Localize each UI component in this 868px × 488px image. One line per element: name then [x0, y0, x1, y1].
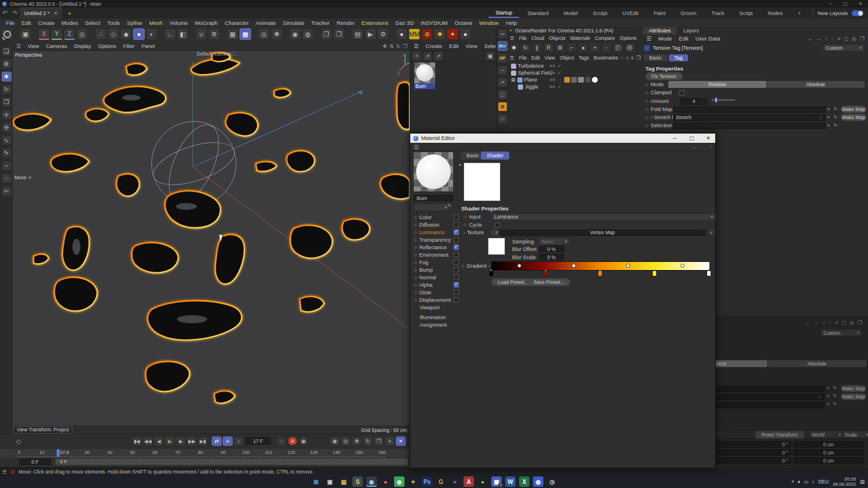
move-icon[interactable]: ✥	[2, 72, 12, 82]
tag-icon[interactable]	[578, 77, 584, 83]
me-up-icon[interactable]: ↑	[709, 144, 712, 150]
texture-field[interactable]: Vertex Map	[499, 230, 705, 236]
menu-volume[interactable]: Volume	[166, 20, 192, 26]
tag-icon[interactable]	[585, 77, 591, 83]
channel-reflectance[interactable]: ◇Reflectance	[414, 243, 459, 251]
menu-render[interactable]: Render	[333, 20, 358, 26]
attr-bottom-edit-2[interactable]: ✎	[833, 393, 837, 399]
picture-viewer-icon[interactable]: ▶	[365, 28, 376, 40]
dashed-box-icon[interactable]: ⬚	[498, 90, 507, 99]
me-tab-shader[interactable]: Shader	[481, 151, 509, 160]
material-thumbnail[interactable]	[414, 62, 435, 83]
rec-scale-icon[interactable]: ❐	[374, 437, 384, 446]
selection-tag-edit-icon[interactable]: ✎	[833, 123, 838, 128]
axis-z-icon[interactable]: Z	[64, 28, 75, 40]
live-selection-icon[interactable]: ❏	[2, 46, 12, 56]
viewport-camera-label[interactable]: Default Camera ⛶	[197, 51, 236, 57]
toggle-panel-icon[interactable]: ❐	[403, 43, 407, 49]
me-minimize-button[interactable]: ─	[668, 135, 682, 141]
material-editor-titlebar[interactable]: Material Editor ─ ▢ ✕	[410, 134, 715, 143]
octane-logo-icon[interactable]: ✹	[509, 43, 519, 53]
channel-checkbox[interactable]	[454, 252, 459, 257]
notification-icon[interactable]: ▤	[860, 479, 865, 485]
fold-map-field[interactable]	[673, 106, 826, 113]
object-mode-icon[interactable]: ◐	[146, 28, 157, 40]
channel-diffusion[interactable]: ◇Diffusion	[414, 221, 459, 228]
menu-objects[interactable]: Objects	[547, 35, 568, 41]
tray-expand-icon[interactable]: ˄	[791, 479, 794, 485]
viewport-hamburger-icon[interactable]: ☰	[13, 43, 24, 49]
reset-transform-button[interactable]: Reset Transform	[755, 431, 804, 439]
greenshot-icon[interactable]: ●	[477, 476, 488, 487]
stretch-make-map-button[interactable]: Make Map	[841, 114, 866, 121]
object-row-plane[interactable]: ⊞Plane	[507, 76, 641, 83]
attr-bottom-edit-3[interactable]: ✎	[833, 401, 837, 407]
channel-fog[interactable]: ◇Fog	[414, 258, 459, 266]
me-hamburger-icon[interactable]: ☰	[414, 144, 419, 150]
channel-checkbox[interactable]	[454, 222, 459, 227]
fold-map-dropdown-icon[interactable]: ▾	[827, 107, 830, 112]
start-icon[interactable]: ⊞	[311, 476, 321, 487]
file-explorer-icon[interactable]: ▤	[339, 476, 349, 487]
attr-bottom-lock-icon[interactable]: ◻	[842, 320, 846, 326]
gog-icon[interactable]: G	[436, 476, 446, 487]
filter-icon[interactable]: ≡	[631, 55, 634, 61]
menu-edit[interactable]: Edit	[675, 35, 692, 42]
magnet-icon[interactable]: ∪	[196, 28, 207, 40]
menu-character[interactable]: Character	[221, 20, 252, 26]
xparticles-icon[interactable]: XP	[498, 53, 507, 63]
channel-alpha[interactable]: ◇Alpha	[414, 281, 459, 289]
attr-bottom-target-icon[interactable]: ◎	[849, 320, 854, 326]
attr-bottom-forward-icon[interactable]: →	[814, 320, 819, 326]
mm-plugin-icon[interactable]: MM	[409, 28, 420, 40]
model-mode-icon[interactable]: ●	[133, 28, 145, 40]
menu-create[interactable]: Create	[422, 43, 446, 49]
channel-checkbox[interactable]	[454, 215, 459, 220]
attr-bottom-dd-1[interactable]: ▾	[827, 386, 829, 390]
pause-icon[interactable]: ∥	[532, 43, 542, 53]
blur-scale-field[interactable]: 0 %	[539, 254, 564, 260]
material-ball-icon[interactable]: ●	[396, 28, 407, 40]
kernel-settings-icon[interactable]: ⚙	[555, 43, 565, 53]
tag-icon[interactable]	[592, 77, 598, 83]
attr-bottom-make-map-1[interactable]: Make Map	[841, 385, 866, 392]
octane-hamburger-icon[interactable]: ☰	[507, 35, 517, 41]
me-edit-icon[interactable]: ✎	[447, 203, 452, 209]
keyframe-icon[interactable]: ◉	[299, 437, 308, 446]
octane-lt-icon[interactable]: ⌐•	[498, 29, 507, 39]
gradient-bias-dot[interactable]	[681, 264, 685, 268]
object-row-turbulence[interactable]: Turbulence✓	[507, 62, 641, 69]
attr-bottom-popout-icon[interactable]: ❐	[858, 320, 862, 326]
menu-modes[interactable]: Modes	[58, 20, 82, 26]
channel-environment[interactable]: ◇Environment	[414, 251, 459, 258]
clipboard-icon[interactable]: ▣	[325, 476, 335, 487]
magnet-settings-icon[interactable]: ⚙	[208, 28, 220, 40]
channel-checkbox[interactable]	[454, 282, 459, 287]
material-name-label[interactable]: Burn	[414, 83, 435, 89]
render-region-icon[interactable]: ▤	[352, 28, 363, 40]
axis-mode-icon[interactable]: ∟	[164, 28, 176, 40]
me-maximize-button[interactable]: ▢	[685, 135, 698, 141]
octane-plugin-icon[interactable]: ✹	[434, 28, 446, 40]
gradient-bias-dot[interactable]	[572, 264, 576, 268]
firefox-icon[interactable]: ●	[380, 476, 391, 487]
me-material-name-field[interactable]: Burn	[414, 195, 453, 201]
tab-layers[interactable]: Layers	[678, 27, 705, 35]
world-dropdown[interactable]: World▾	[809, 431, 844, 438]
blur-offset-field[interactable]: 0 %	[539, 246, 564, 252]
chrome-icon[interactable]: ◉	[394, 476, 404, 487]
sync-icon[interactable]: ↻	[520, 43, 531, 53]
tweak-icon[interactable]: ⚙	[2, 59, 12, 69]
layout-tab-paint[interactable]: Paint	[646, 9, 672, 17]
attr-search-icon[interactable]: ◌	[831, 36, 834, 42]
menu-edit[interactable]: Edit	[529, 55, 542, 61]
render-all-icon[interactable]: ❒	[333, 28, 345, 40]
menu-file[interactable]: File	[2, 20, 18, 26]
menu-object[interactable]: Object	[557, 55, 576, 61]
object-name[interactable]: Jiggle	[525, 84, 539, 90]
menu-help[interactable]: Help	[502, 20, 521, 26]
me-collapse-icon[interactable]: ▾	[459, 162, 461, 168]
layout-tab-groom[interactable]: Groom	[674, 9, 704, 17]
attr-target-icon[interactable]: ◎	[852, 36, 856, 42]
object-row-jiggle[interactable]: Jiggle✓	[507, 83, 641, 90]
